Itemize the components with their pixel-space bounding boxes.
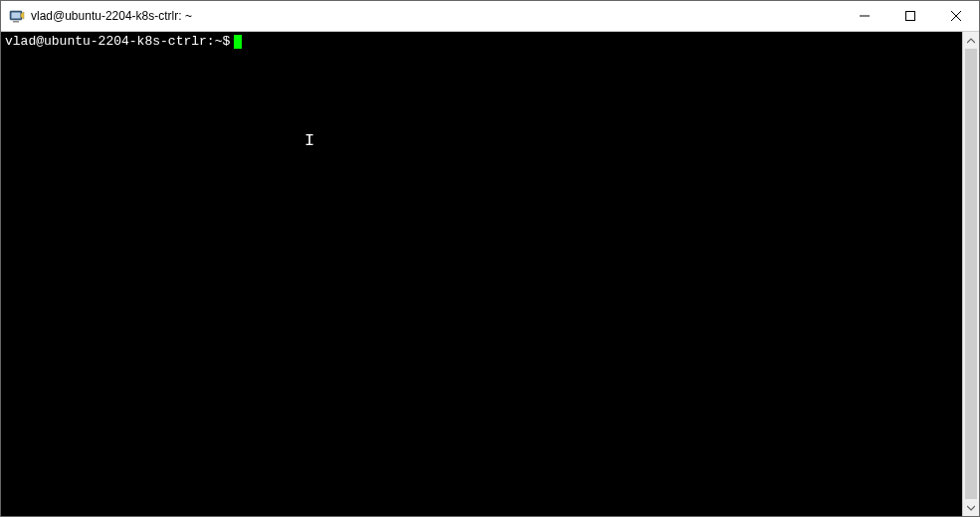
- svg-rect-4: [906, 12, 915, 21]
- svg-rect-1: [12, 13, 21, 19]
- close-icon: [951, 11, 961, 21]
- window-title: vlad@ubuntu-2204-k8s-ctrlr: ~: [31, 9, 192, 23]
- minimize-button[interactable]: [842, 1, 887, 31]
- putty-window: vlad@ubuntu-2204-k8s-ctrlr: ~: [0, 0, 980, 517]
- scroll-up-button[interactable]: [963, 32, 979, 49]
- text-caret-icon: I: [304, 133, 314, 149]
- client-area: vlad@ubuntu-2204-k8s-ctrlr:~$ I: [1, 32, 979, 516]
- chevron-up-icon: [967, 37, 975, 45]
- shell-prompt: vlad@ubuntu-2204-k8s-ctrlr:~$: [5, 34, 230, 50]
- vertical-scrollbar[interactable]: [962, 32, 979, 516]
- maximize-button[interactable]: [887, 1, 933, 31]
- terminal-cursor: [234, 35, 242, 49]
- scroll-track[interactable]: [963, 49, 979, 499]
- svg-rect-2: [13, 21, 19, 23]
- minimize-icon: [860, 11, 870, 21]
- maximize-icon: [905, 11, 915, 21]
- scroll-thumb[interactable]: [965, 49, 977, 499]
- title-left: vlad@ubuntu-2204-k8s-ctrlr: ~: [1, 8, 842, 24]
- chevron-down-icon: [967, 504, 975, 512]
- titlebar[interactable]: vlad@ubuntu-2204-k8s-ctrlr: ~: [1, 1, 979, 32]
- prompt-line: vlad@ubuntu-2204-k8s-ctrlr:~$: [5, 34, 958, 50]
- close-button[interactable]: [933, 1, 979, 31]
- window-controls: [842, 1, 979, 31]
- putty-icon: [9, 8, 25, 24]
- scroll-down-button[interactable]: [963, 499, 979, 516]
- terminal-area[interactable]: vlad@ubuntu-2204-k8s-ctrlr:~$ I: [1, 32, 962, 516]
